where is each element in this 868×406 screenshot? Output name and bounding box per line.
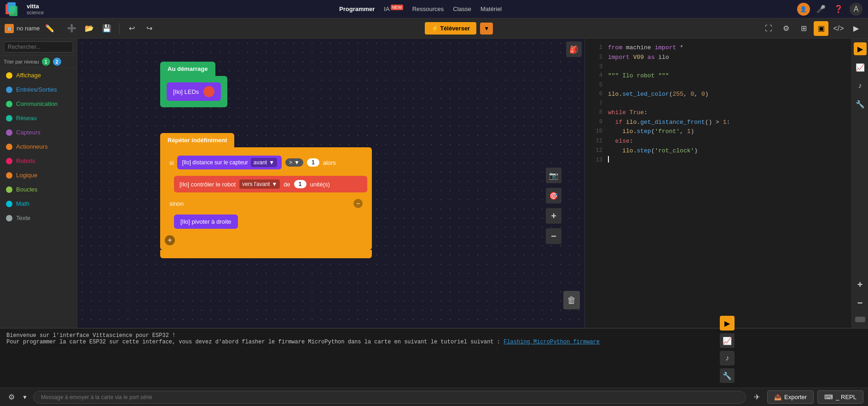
line-num-3: 3 [590, 63, 602, 71]
export-button[interactable]: 📤Exporter [767, 390, 814, 404]
console-settings-button[interactable]: ⚙ [5, 390, 18, 404]
move-value-oval[interactable]: 1 [294, 180, 307, 188]
reseau-label: Réseau [16, 115, 37, 122]
screenshot-button[interactable]: 📷 [546, 168, 561, 183]
bottom-panel: Bienvenue sur l'interface Vittascience p… [0, 328, 868, 406]
level-2-badge[interactable]: 2 [53, 58, 61, 66]
actionneurs-label: Actionneurs [16, 143, 48, 150]
tool-console-button[interactable]: 🔧 [720, 368, 735, 383]
code-line-4: 4 """ Ilo robot """ [585, 71, 851, 81]
minus-button[interactable]: − [353, 199, 363, 208]
sidebar-item-boucles[interactable]: Boucles [0, 182, 77, 197]
search-input[interactable] [4, 41, 73, 52]
line-num-6: 6 [590, 90, 602, 99]
if-block[interactable]: si [Ilo] distance sur le capteur avant ▼… [165, 152, 367, 173]
else-label: sinon [169, 200, 184, 207]
edit-name-button[interactable]: ✏️ [43, 22, 57, 35]
new-file-button[interactable]: ➕ [65, 22, 79, 35]
led-block[interactable]: [Ilo] LEDs [167, 82, 221, 101]
send-button[interactable]: ✈ [750, 390, 764, 404]
fit-button[interactable] [855, 317, 865, 322]
zoom-out-button[interactable]: − [546, 228, 561, 244]
logo: vitta science [6, 2, 44, 16]
add-wrapper: + [165, 235, 367, 245]
target-button[interactable]: 🎯 [546, 188, 561, 203]
sort-label: Trier par niveau [4, 59, 39, 64]
add-block-button[interactable]: + [165, 235, 175, 245]
move-dir-dropdown[interactable]: vers l'avant ▼ [239, 180, 280, 189]
note-console-button[interactable]: ♪ [720, 351, 735, 365]
serial-message-input[interactable] [33, 391, 746, 404]
nav-classe[interactable]: Classe [453, 6, 471, 12]
undo-button[interactable]: ↩ [125, 22, 139, 35]
zoom-out-right[interactable]: − [854, 296, 867, 309]
condition-block[interactable]: [Ilo] distance sur le capteur avant ▼ [177, 156, 282, 169]
entrees-sorties-icon [6, 87, 12, 93]
upload-arrow-button[interactable]: ▼ [480, 23, 493, 35]
backpack-button[interactable]: 🎒 [566, 41, 582, 57]
svg-rect-2 [9, 6, 17, 16]
sidebar-item-communication[interactable]: Communication [0, 97, 77, 111]
code-view-button[interactable]: </> [831, 21, 846, 36]
operator-block[interactable]: >▼ [285, 158, 303, 167]
nav-materiel[interactable]: Matériel [480, 6, 502, 12]
affichage-label: Affichage [16, 72, 41, 79]
blocks-view-button[interactable]: ▣ [814, 21, 828, 36]
sidebar-item-capteurs[interactable]: Capteurs [0, 125, 77, 139]
sidebar-item-robots[interactable]: Robots [0, 154, 77, 168]
code-line-13: 13 [585, 156, 851, 166]
run-button[interactable]: ▶ [849, 21, 863, 36]
grid-button[interactable]: ⊞ [796, 21, 811, 36]
robots-icon [6, 158, 12, 164]
code-text-11: else: [608, 137, 633, 146]
pivot-block[interactable]: [Ilo] pivoter à droite [174, 215, 238, 229]
repl-button[interactable]: ⌨_ REPL [817, 390, 863, 404]
nav-ressources[interactable]: Ressources [412, 6, 444, 12]
terminal-button[interactable]: ▶ [854, 42, 867, 55]
user-avatar[interactable]: 👤 [797, 3, 810, 16]
firmware-link[interactable]: Flashing MicroPython firmware [503, 339, 600, 345]
sidebar-item-math[interactable]: Math [0, 197, 77, 211]
sidebar-item-entrees-sorties[interactable]: Entrées/Sorties [0, 82, 77, 97]
settings-button[interactable]: ⚙ [779, 21, 793, 36]
music-button[interactable]: ♪ [854, 79, 867, 92]
trash-button[interactable]: 🗑 [563, 291, 580, 309]
code-editor: 1 from machine import * 2 import V09 as … [584, 39, 851, 328]
save-button[interactable]: 💾 [100, 22, 114, 35]
zoom-in-right[interactable]: + [854, 278, 867, 291]
chart-console-button[interactable]: 📈 [720, 333, 735, 348]
zoom-in-button[interactable]: + [546, 208, 561, 224]
start-block-header: Au démarrage [160, 62, 215, 76]
sidebar-item-actionneurs[interactable]: Actionneurs [0, 139, 77, 154]
chart-button[interactable]: 📈 [854, 61, 867, 74]
sidebar-item-affichage[interactable]: Affichage [0, 68, 77, 82]
redo-button[interactable]: ↪ [143, 22, 156, 35]
level-1-badge[interactable]: 1 [42, 58, 50, 66]
repeat-block[interactable]: Répéter indéfiniment si [Ilo] distance s… [160, 133, 372, 258]
value-oval[interactable]: 1 [307, 158, 319, 167]
sidebar-item-logique[interactable]: Logique [0, 168, 77, 182]
nav-programmer[interactable]: Programmer [339, 6, 375, 12]
led-label: [Ilo] LEDs [173, 88, 199, 95]
code-content[interactable]: 1 from machine import * 2 import V09 as … [585, 39, 851, 328]
help-icon[interactable]: ❓ [832, 3, 845, 16]
start-block[interactable]: Au démarrage [Ilo] LEDs [160, 62, 227, 107]
nav-ia[interactable]: IANEW [384, 5, 403, 12]
fullscreen-button[interactable]: ⛶ [761, 21, 776, 36]
logo-icon [6, 2, 24, 16]
mic-off-icon[interactable]: 🎤 [815, 3, 827, 16]
code-text-1: from machine import * [608, 43, 683, 53]
canvas-area[interactable]: 🎒 Au démarrage [Ilo] LEDs 📷 🎯 + − 🗑 Répé… [77, 39, 584, 328]
if-label: si [169, 159, 174, 166]
accessibility-icon[interactable]: A [850, 3, 862, 16]
run-console-button[interactable]: ▶ [720, 316, 735, 331]
upload-button[interactable]: ⚡ Téléverser [425, 22, 477, 35]
wrench-button[interactable]: 🔧 [854, 98, 867, 110]
logo-text: vitta science [27, 3, 44, 15]
move-block[interactable]: [Ilo] contrôler le robot vers l'avant ▼ … [174, 176, 367, 192]
sidebar-item-reseau[interactable]: Réseau [0, 111, 77, 125]
open-file-button[interactable]: 📂 [82, 22, 96, 35]
direction-dropdown[interactable]: avant ▼ [251, 158, 277, 167]
sidebar-item-texte[interactable]: Texte [0, 211, 77, 225]
line-num-11: 11 [590, 137, 602, 145]
